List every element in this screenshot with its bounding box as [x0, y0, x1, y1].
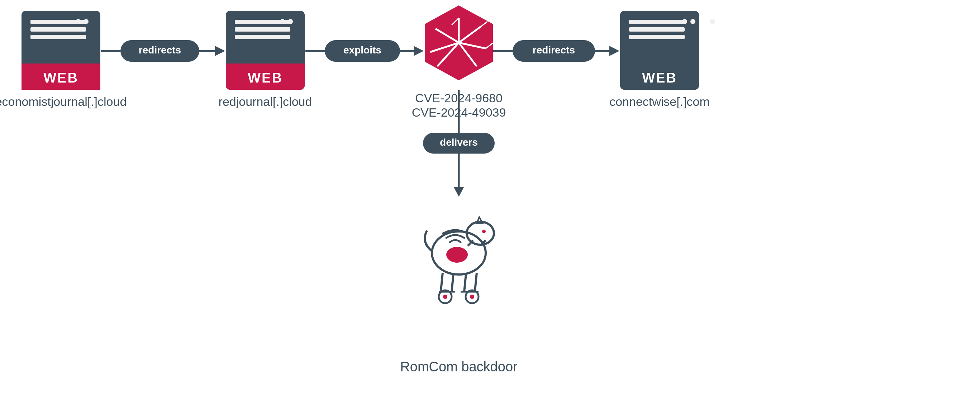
- connector1-arrow: [215, 46, 225, 56]
- node1-server-icon: WEB: [22, 11, 100, 90]
- node2-server-icon: WEB: [226, 11, 305, 90]
- svg-point-55: [482, 230, 486, 233]
- svg-rect-3: [30, 35, 86, 39]
- svg-point-42: [710, 19, 715, 24]
- connector1-label: redirects: [139, 45, 181, 56]
- svg-line-58: [452, 274, 453, 292]
- svg-point-17: [280, 19, 285, 24]
- node4-server-icon: WEB: [620, 11, 715, 90]
- svg-line-60: [475, 273, 477, 290]
- svg-rect-40: [629, 27, 685, 32]
- node2-label: redjournal[.]cloud: [219, 95, 312, 109]
- svg-rect-41: [629, 35, 685, 39]
- connector2-label: exploits: [344, 45, 382, 56]
- svg-point-18: [288, 19, 293, 24]
- svg-line-57: [441, 273, 443, 290]
- connector2-arrow: [414, 46, 424, 56]
- delivers-label: delivers: [440, 137, 478, 148]
- svg-point-4: [76, 19, 81, 24]
- svg-rect-39: [629, 20, 685, 24]
- svg-point-43: [682, 19, 687, 24]
- node2-web-label: WEB: [248, 70, 283, 85]
- node4-web-label: WEB: [642, 70, 677, 85]
- svg-rect-2: [30, 27, 86, 32]
- connector3-label: redirects: [533, 45, 575, 56]
- node4-label: connectwise[.]com: [609, 95, 710, 109]
- svg-point-44: [690, 19, 695, 24]
- svg-rect-16: [235, 35, 290, 39]
- svg-rect-15: [235, 27, 290, 32]
- diagram-canvas: WEB economistjournal[.]cloud redirects W…: [0, 0, 980, 399]
- svg-point-64: [443, 295, 447, 299]
- trojan-horse-icon: [425, 217, 494, 303]
- svg-point-5: [84, 19, 89, 24]
- node3-exploit-icon: [425, 5, 493, 80]
- node1-label: economistjournal[.]cloud: [0, 95, 127, 109]
- delivers-arrow: [454, 187, 464, 196]
- svg-point-66: [470, 295, 474, 299]
- connector3-arrow: [609, 46, 619, 56]
- svg-line-59: [464, 274, 466, 292]
- svg-point-56: [446, 247, 468, 263]
- node1-web-label: WEB: [43, 70, 78, 85]
- malware-label: RomCom backdoor: [400, 359, 518, 374]
